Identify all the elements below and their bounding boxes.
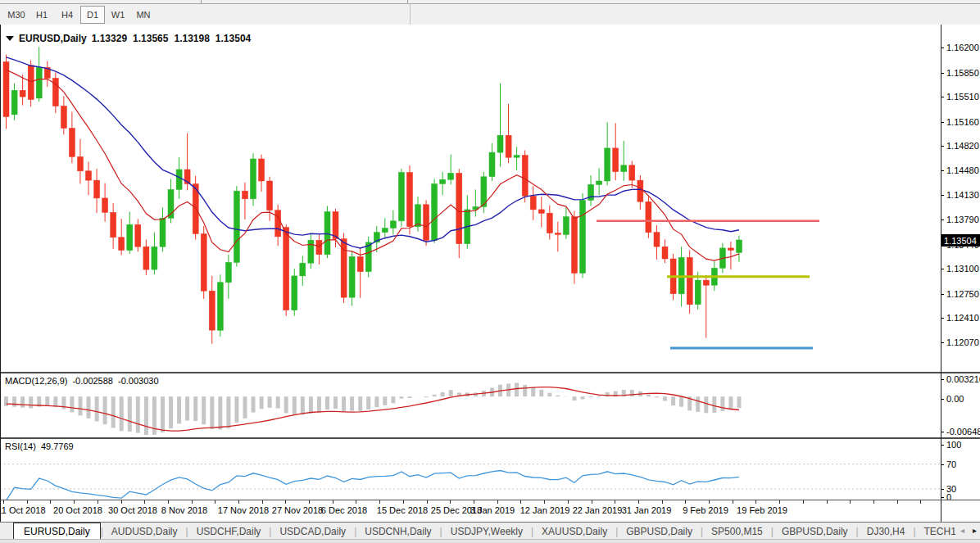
- date-axis-tick: [568, 500, 569, 504]
- timeframe-button-mn[interactable]: MN: [131, 6, 156, 24]
- chart-header: EURUSD,Daily 1.13329 1.13565 1.13198 1.1…: [6, 33, 251, 44]
- quote-low: 1.13198: [174, 33, 209, 44]
- date-axis-tick: [27, 500, 28, 504]
- rsi-axis-label: 100: [946, 440, 961, 450]
- tabs-scroll-right-icon[interactable]: ▸: [973, 526, 977, 535]
- chart-tab-dj30-h4[interactable]: DJ30,H4: [859, 523, 914, 540]
- timeframe-button-h1[interactable]: H1: [29, 6, 54, 24]
- macd-axis-label: -0.006485: [946, 427, 980, 437]
- date-axis-tick: [50, 500, 51, 504]
- price-axis-label: 1.15850: [946, 68, 979, 78]
- chart-tab-tech100-[interactable]: TECH100,: [916, 523, 955, 540]
- rsi-label: RSI(14) 49.7769: [5, 441, 74, 451]
- date-axis-tick: [356, 500, 356, 504]
- chart-tab-xauusd-daily[interactable]: XAUUSD,Daily: [533, 523, 615, 540]
- price-axis-label: 1.14480: [946, 165, 979, 175]
- date-axis-tick: [238, 500, 239, 504]
- quote-open: 1.13329: [92, 33, 127, 44]
- date-axis-tick: [450, 500, 451, 504]
- date-axis-tick: [638, 500, 639, 504]
- main-chart-canvas[interactable]: [0, 25, 941, 372]
- toolbar-group-separator: [201, 0, 202, 3]
- chart-tab-eurusd-daily[interactable]: EURUSD,Daily: [13, 523, 101, 541]
- date-axis-label: 15 Dec 2018: [377, 505, 428, 515]
- date-axis-tick: [98, 500, 98, 504]
- quote-high: 1.13565: [133, 33, 168, 44]
- macd-axis-label: 0.00: [946, 394, 964, 404]
- timeframe-button-m30[interactable]: M30: [4, 6, 29, 24]
- chart-tab-usdchf-daily[interactable]: USDCHF,Daily: [188, 523, 270, 540]
- date-axis-tick: [709, 500, 710, 504]
- timeframe-button-h4[interactable]: H4: [55, 6, 79, 24]
- date-axis-tick: [497, 500, 498, 504]
- timeframe-toolbar: M30H1H4D1W1MN: [0, 4, 980, 25]
- date-axis-tick: [685, 500, 686, 504]
- price-axis-label: 1.16200: [946, 43, 979, 52]
- date-axis-tick: [403, 500, 404, 504]
- price-axis-label: 1.15160: [946, 117, 979, 127]
- chart-tab-usdjpy-weekly[interactable]: USDJPY,Weekly: [442, 523, 531, 540]
- date-axis-label: 12 Jan 2019: [520, 505, 570, 515]
- macd-label: MACD(12,26,9) -0.002588 -0.003030: [5, 376, 159, 386]
- quote-close: 1.13504: [216, 33, 251, 44]
- date-axis-label: 17 Nov 2018: [218, 505, 269, 515]
- date-axis-tick: [474, 500, 474, 504]
- toolbar-group-separator: [407, 0, 408, 3]
- timeframe-button-w1[interactable]: W1: [106, 6, 130, 24]
- date-axis-tick: [3, 500, 4, 504]
- window-bottom-strip: [0, 539, 980, 543]
- date-axis-tick: [74, 500, 75, 504]
- date-axis-label: 27 Nov 2018: [272, 505, 323, 515]
- date-axis-label: 8 Nov 2018: [161, 505, 207, 515]
- chart-tab-audusd-daily[interactable]: AUDUSD,Daily: [103, 523, 186, 540]
- date-axis-tick: [192, 500, 193, 504]
- price-axis-label: 1.13790: [946, 215, 979, 224]
- rsi-pane-canvas[interactable]: [0, 439, 941, 500]
- date-axis-tick: [544, 500, 545, 504]
- date-axis-label: 31 Jan 2019: [622, 505, 672, 515]
- date-axis-tick: [755, 500, 756, 504]
- date-axis-label: 3 Jan 2019: [470, 505, 515, 515]
- chart-tab-usdcad-daily[interactable]: USDCAD,Daily: [271, 523, 354, 540]
- date-axis-label: 20 Oct 2018: [53, 505, 102, 515]
- chart-symbol-label: EURUSD,Daily: [19, 33, 87, 44]
- price-axis-label: 1.15510: [946, 92, 979, 102]
- timeframe-button-d1[interactable]: D1: [80, 6, 105, 24]
- macd-signal-value: -0.003030: [118, 376, 159, 386]
- date-axis-tick: [920, 500, 921, 504]
- price-axis-label: 1.12750: [946, 289, 979, 299]
- date-axis-tick: [850, 500, 851, 504]
- date-axis-tick: [427, 500, 428, 504]
- chart-tab-gbpusd-daily[interactable]: GBPUSD,Daily: [774, 523, 856, 540]
- axis-vertical-line: [941, 25, 941, 522]
- chart-tab-usdcnh-daily[interactable]: USDCNH,Daily: [356, 523, 439, 540]
- date-axis-tick: [285, 500, 286, 504]
- date-axis-tick: [779, 500, 780, 504]
- date-axis-tick: [333, 500, 333, 504]
- macd-main-value: -0.002588: [72, 376, 113, 386]
- macd-name: MACD(12,26,9): [5, 376, 67, 386]
- date-axis-tick: [309, 500, 310, 504]
- date-axis-tick: [873, 500, 874, 504]
- price-axis-label: 1.12070: [946, 337, 979, 347]
- price-axis-label: 1.14130: [946, 190, 979, 200]
- chart-tab-gbpusd-daily[interactable]: GBPUSD,Daily: [618, 523, 701, 540]
- chart-left-border: [0, 25, 1, 522]
- chart-tab-sp500-m15[interactable]: SP500,M15: [703, 523, 771, 540]
- date-axis-label: 19 Feb 2019: [737, 505, 787, 515]
- tabs-scroll-left-icon[interactable]: ◂: [960, 526, 964, 535]
- chart-menu-triangle-icon[interactable]: [6, 36, 14, 41]
- date-axis-label: 11 Oct 2018: [0, 505, 46, 515]
- date-axis-tick: [733, 500, 733, 504]
- date-axis-tick: [615, 500, 615, 504]
- date-axis-tick: [144, 500, 145, 504]
- price-axis-label: 1.12410: [946, 313, 979, 323]
- date-axis-tick: [662, 500, 663, 504]
- price-axis-label: 1.14820: [946, 141, 979, 151]
- macd-axis-label: 0.003216: [946, 374, 980, 384]
- toolbar-separator: [410, 4, 411, 25]
- rsi-name: RSI(14): [5, 441, 36, 451]
- date-axis-label: 30 Oct 2018: [108, 505, 157, 515]
- date-axis[interactable]: 11 Oct 201820 Oct 201830 Oct 20188 Nov 2…: [0, 500, 980, 522]
- tab-strip: EURUSD,Daily|AUDUSD,Daily|USDCHF,Daily|U…: [13, 523, 955, 541]
